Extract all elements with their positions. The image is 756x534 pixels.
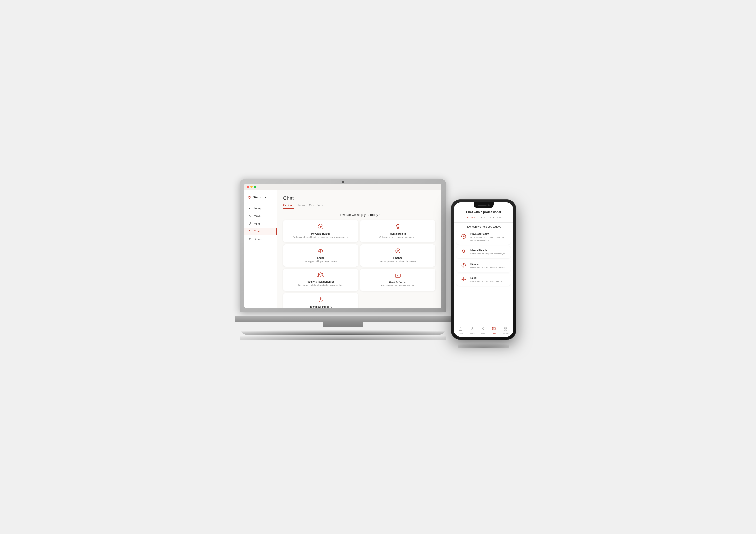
- mind-icon: [248, 222, 252, 226]
- phone: Chat with a professional Get Care Inbox …: [451, 199, 516, 340]
- phone-nav-move[interactable]: Move: [470, 327, 474, 334]
- svg-point-14: [395, 249, 400, 253]
- phone-tab-inbox[interactable]: Inbox: [477, 215, 488, 220]
- card-mental-health[interactable]: Mental Health Get support for a happier,…: [360, 220, 435, 243]
- phone-speaker: [478, 204, 487, 205]
- phone-nav-today[interactable]: Today: [458, 327, 463, 334]
- svg-rect-10: [250, 239, 251, 240]
- svg-rect-31: [504, 329, 505, 331]
- svg-rect-29: [504, 328, 505, 329]
- phone-card-physical-health[interactable]: Physical Health Address a physical healt…: [456, 230, 511, 245]
- family-icon: [286, 272, 355, 279]
- card-family[interactable]: Family & Relationships Get support with …: [283, 269, 358, 291]
- phone-mental-text: Mental Health Get support for a happier,…: [471, 249, 505, 255]
- card-legal[interactable]: Legal Get support with your legal matter…: [283, 244, 358, 267]
- phone-nav-chat[interactable]: Chat: [492, 327, 496, 334]
- finance-desc: Get support with your financial matters: [363, 260, 432, 263]
- phone-nav-browse[interactable]: Browse: [503, 327, 509, 334]
- phone-card-finance[interactable]: Finance Get support with your financial …: [456, 260, 511, 272]
- phone-nav-browse-icon: [504, 327, 508, 332]
- sidebar-item-move[interactable]: Move: [244, 212, 277, 220]
- card-technical[interactable]: Technical Support Get help with technica…: [283, 293, 358, 307]
- sidebar-item-today[interactable]: Today: [244, 204, 277, 212]
- scene: ♡ Dialogue Today: [240, 179, 516, 355]
- tab-get-care[interactable]: Get Care: [283, 203, 294, 209]
- phone-legal-title: Legal: [471, 277, 502, 280]
- tab-inbox[interactable]: Inbox: [298, 203, 305, 209]
- technical-icon: [286, 297, 355, 304]
- phone-screen: Chat with a professional Get Care Inbox …: [454, 202, 513, 337]
- phone-tab-care-plans[interactable]: Care Plans: [488, 215, 504, 220]
- laptop-body: ♡ Dialogue Today: [240, 179, 446, 312]
- phone-nav-today-label: Today: [458, 332, 463, 334]
- phone-finance-icon: [460, 263, 468, 269]
- laptop-screen: ♡ Dialogue Today: [244, 184, 441, 308]
- phone-physical-icon: [460, 234, 468, 240]
- phone-legal-desc: Get support with your legal matters: [471, 280, 502, 283]
- laptop-base: [235, 316, 451, 322]
- brand-icon: ♡: [248, 195, 251, 199]
- phone-finance-text: Finance Get support with your financial …: [471, 263, 505, 269]
- technical-title: Technical Support: [286, 305, 355, 307]
- work-icon: [363, 272, 432, 280]
- sidebar-item-mind[interactable]: Mind: [244, 220, 277, 228]
- family-title: Family & Relationships: [286, 280, 355, 283]
- close-button[interactable]: [247, 186, 249, 188]
- home-icon: [248, 206, 252, 210]
- phone-nav-chat-icon: [492, 327, 496, 332]
- brand: ♡ Dialogue: [244, 195, 277, 204]
- sidebar-today-label: Today: [254, 206, 261, 210]
- phone-nav-browse-label: Browse: [503, 332, 509, 334]
- sidebar-item-chat[interactable]: Chat: [244, 228, 277, 235]
- phone-nav-move-label: Move: [470, 332, 474, 334]
- family-desc: Get support with family and relationship…: [286, 284, 355, 287]
- phone-shadow: [458, 340, 509, 348]
- finance-icon: [363, 248, 432, 255]
- laptop-tabs: Get Care Inbox Care Plans: [283, 203, 435, 209]
- chat-icon: [248, 230, 252, 233]
- phone-notch: [473, 202, 494, 208]
- laptop-camera: [342, 181, 344, 183]
- card-physical-health[interactable]: Physical Health Address a physical healt…: [283, 220, 358, 243]
- page-title: Chat: [283, 195, 435, 201]
- section-title: How can we help you today?: [283, 213, 435, 217]
- move-icon: [248, 214, 252, 218]
- card-work[interactable]: Work & Career Resolve your workplace cha…: [360, 269, 435, 291]
- svg-point-24: [462, 263, 466, 267]
- phone-card-legal[interactable]: Legal Get support with your legal matter…: [456, 274, 511, 286]
- maximize-button[interactable]: [254, 186, 256, 188]
- phone-nav-mind-label: Mind: [481, 332, 485, 334]
- phone-nav-mind-icon: [481, 327, 485, 332]
- laptop: ♡ Dialogue Today: [240, 179, 446, 335]
- sidebar-mind-label: Mind: [254, 222, 260, 225]
- phone-physical-title: Physical Health: [471, 233, 507, 235]
- svg-rect-26: [492, 328, 495, 330]
- mental-health-title: Mental Health: [363, 232, 432, 235]
- phone-section-title: How can we help you today?: [454, 223, 513, 230]
- svg-point-15: [320, 273, 321, 274]
- phone-finance-desc: Get support with your financial matters: [471, 266, 505, 269]
- svg-point-25: [472, 328, 473, 329]
- phone-header: Chat with a professional Get Care Inbox …: [454, 209, 513, 223]
- sidebar-move-label: Move: [254, 214, 261, 217]
- svg-rect-7: [249, 238, 250, 239]
- physical-health-desc: Address a physical health concern, or re…: [286, 236, 355, 239]
- work-desc: Resolve your workplace challenges: [363, 284, 432, 287]
- phone-tab-get-care[interactable]: Get Care: [463, 215, 477, 220]
- window-chrome: [244, 184, 441, 190]
- phone-card-mental-health[interactable]: Mental Health Get support for a happier,…: [456, 246, 511, 258]
- svg-rect-30: [506, 328, 507, 329]
- phone-mental-desc: Get support for a happier, healthier you: [471, 252, 505, 255]
- sidebar-item-browse[interactable]: Browse: [244, 235, 277, 243]
- tab-care-plans[interactable]: Care Plans: [309, 203, 323, 209]
- phone-shell: Chat with a professional Get Care Inbox …: [451, 199, 516, 340]
- phone-nav-mind[interactable]: Mind: [481, 327, 485, 334]
- legal-desc: Get support with your legal matters: [286, 260, 355, 263]
- mental-health-icon: [363, 224, 432, 231]
- card-finance[interactable]: Finance Get support with your financial …: [360, 244, 435, 267]
- physical-health-title: Physical Health: [286, 232, 355, 235]
- minimize-button[interactable]: [250, 186, 253, 188]
- svg-point-16: [318, 274, 319, 275]
- phone-nav-home-icon: [459, 327, 463, 332]
- laptop-shadow: [240, 330, 446, 340]
